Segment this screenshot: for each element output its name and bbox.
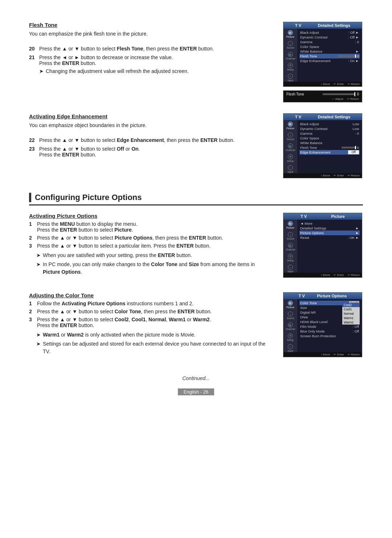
ct-step-1-text: Follow the Activating Picture Options in… bbox=[37, 301, 193, 306]
channel-icon: 📺 bbox=[288, 52, 293, 57]
tv-footer-activating: ↕ Move ↵ Enter ↩ Return bbox=[283, 273, 362, 277]
sidebar-setup-act-label: Setup bbox=[287, 259, 294, 262]
sidebar-ct-picture-label: Picture bbox=[286, 306, 294, 309]
sidebar-ct-sound-label: Sound bbox=[287, 317, 294, 319]
sidebar-picture-label: Picture bbox=[286, 36, 294, 38]
menu-ct-blue-mode: Blue Only Mode: Off bbox=[299, 329, 360, 334]
sidebar-picture-act-label: Picture bbox=[286, 227, 294, 229]
dropdown-normal: Normal bbox=[342, 311, 360, 316]
note-2-activating: ➤ In PC mode, you can only make changes … bbox=[36, 261, 272, 276]
note-1-activating: ➤ When you are satisfied with your setti… bbox=[36, 252, 272, 259]
tv-ui-ct-body: 🖼 Picture ♪ Sound 📺 Channel bbox=[283, 299, 362, 352]
flesh-tone-text: Flesh Tone You can emphasize the pink fl… bbox=[29, 22, 272, 78]
ct-step-2-num: 2 bbox=[29, 309, 35, 314]
edge-enhancement-text: Activating Edge Enhancement You can emph… bbox=[29, 113, 272, 159]
menu-more: ◄ More bbox=[299, 221, 360, 226]
flesh-tone-desc: You can emphasize the pink flesh tone in… bbox=[29, 30, 272, 38]
sidebar-input-act-label: Input bbox=[287, 270, 293, 273]
step-2-text: Press the ▲ or ▼ button to select Pictur… bbox=[37, 235, 223, 241]
menu-edge-enh: Edge Enhancement Off bbox=[299, 150, 360, 155]
footer-move: ↕ Move bbox=[321, 82, 330, 86]
step-3-text: Press the ▲ or ▼ button to select a part… bbox=[37, 243, 211, 249]
sidebar-label-channel: Channel bbox=[286, 149, 295, 151]
tv-footer-ct: ↕ Move ↵ Enter ↩ Return bbox=[283, 352, 362, 357]
sidebar-sound: ♪ Sound bbox=[287, 41, 294, 49]
activating-image: T V Picture 🖼 Picture ♪ Sound bbox=[283, 213, 363, 281]
step-21-note: ➤ Changing the adjustment value will ref… bbox=[39, 68, 189, 75]
menu-picture-options: Picture Options► bbox=[299, 231, 360, 235]
sidebar-ct-channel-label: Channel bbox=[286, 328, 295, 330]
step-3-num: 3 bbox=[29, 243, 35, 249]
ct-step-3: 3 Press the ▲ or ▼ button to select Cool… bbox=[29, 317, 272, 328]
input-icon-ct: ↔ bbox=[288, 344, 293, 349]
sidebar-input-act: ↔ Input bbox=[287, 265, 293, 273]
step-22-text: Press the ▲ or ▼ button to select Edge E… bbox=[39, 137, 234, 143]
tv-ui-color-tone: T V Picture Options 🖼 Picture ♪ Sound bbox=[283, 292, 362, 357]
color-tone-image: T V Picture Options 🖼 Picture ♪ Sound bbox=[283, 292, 363, 361]
subpanel-return: ↩ Return bbox=[347, 97, 359, 101]
tv-sidebar: 🖼 Picture ♪ Sound 📺 Channel ⚙ bbox=[283, 29, 297, 82]
ct-note-arrow-1: ➤ bbox=[36, 331, 41, 339]
sidebar-label-input: Input bbox=[287, 171, 293, 173]
configuring-title: Configuring Picture Options bbox=[29, 193, 363, 205]
step-21-content: Press the ◄ or ► button to decrease or i… bbox=[39, 54, 189, 77]
sidebar-channel-edge: 📺 Channel bbox=[286, 143, 295, 151]
sidebar-picture-ct: 🖼 Picture bbox=[286, 301, 294, 309]
footer-enter-act: ↵ Enter bbox=[334, 273, 344, 277]
tv-ui-body: 🖼 Picture ♪ Sound 📺 Channel ⚙ bbox=[283, 29, 362, 82]
footer-return-edge: ↩ Return bbox=[348, 174, 360, 177]
step-20-num: 20 bbox=[29, 46, 37, 52]
tv-main: Black Adjust: Off ► Dynamic Contrast: Of… bbox=[297, 29, 362, 82]
menu-color-space: Color Space bbox=[299, 44, 360, 49]
footer-move-edge: ↕ Move bbox=[321, 174, 330, 177]
flesh-tone-title: Flesh Tone bbox=[29, 22, 272, 28]
setup-icon-edge: ⚙ bbox=[288, 154, 293, 159]
color-tone-content: Adjusting the Color Tone 1 Follow the Ac… bbox=[29, 292, 363, 361]
ct-step-1: 1 Follow the Activating Picture Options … bbox=[29, 301, 272, 306]
flesh-tone-section: Flesh Tone You can emphasize the pink fl… bbox=[29, 22, 363, 102]
picture-icon-act: 🖼 bbox=[288, 221, 293, 226]
menu-flesh-tone-edge: Flesh Tone 0 bbox=[299, 145, 360, 150]
sidebar-input: ↔ Input bbox=[287, 74, 293, 82]
sidebar-setup-ct: ⚙ Setup bbox=[287, 333, 294, 341]
page-number: English - 26 bbox=[29, 388, 363, 395]
menu-white-balance: White Balance► bbox=[299, 49, 360, 54]
sidebar-sound-act: ♪ Sound bbox=[287, 232, 294, 240]
dropdown-warm1: Warm1 bbox=[342, 316, 360, 320]
menu-gamma: Gamma: 0 bbox=[299, 40, 360, 44]
menu-black-adj-edge: Black AdjustLow bbox=[299, 122, 360, 126]
dropdown-cool2: Cool2 bbox=[342, 303, 360, 307]
tv-ui-edge-body: 🖼 Picture ♪ Sound 📺 Channel ⚙ bbox=[283, 120, 362, 173]
tv-sidebar-edge: 🖼 Picture ♪ Sound 📺 Channel ⚙ bbox=[283, 120, 297, 173]
sound-icon: ♪ bbox=[288, 41, 293, 46]
sidebar-channel-act-label: Channel bbox=[286, 248, 295, 251]
flesh-tone-content: Flesh Tone You can emphasize the pink fl… bbox=[29, 22, 363, 102]
subpanel-row: Flesh Tone 0 bbox=[286, 92, 359, 96]
step-3-activating: 3 Press the ▲ or ▼ button to select a pa… bbox=[29, 243, 272, 249]
setup-icon-act: ⚙ bbox=[288, 254, 293, 259]
ct-note-arrow-2: ➤ bbox=[36, 340, 41, 355]
tv-subpanel-flesh-tone: Flesh Tone 0 ↔ Adjust ↩ Return bbox=[283, 90, 362, 102]
menu-detailed-settings: Detailed Settings► bbox=[299, 226, 360, 231]
tv-ui-ct-header: T V Picture Options bbox=[283, 293, 362, 299]
sidebar-sound-edge: ♪ Sound bbox=[287, 133, 294, 140]
note-2-text: In PC mode, you can only make changes to… bbox=[43, 261, 272, 276]
sound-icon-ct: ♪ bbox=[288, 311, 293, 317]
sidebar-setup: ⚙ Setup bbox=[287, 63, 294, 71]
subpanel-label: Flesh Tone bbox=[286, 92, 304, 96]
channel-icon-act: 📺 bbox=[288, 243, 293, 248]
sidebar-label-sound: Sound bbox=[287, 138, 294, 140]
edge-dropdown: Off bbox=[348, 150, 359, 154]
note-arrow: ➤ bbox=[39, 68, 44, 75]
step-1-sub: Press the ENTER button to select Picture… bbox=[37, 227, 137, 233]
step-1-text: Press the MENU button to display the men… bbox=[37, 221, 137, 227]
edge-enhancement-section: Activating Edge Enhancement You can emph… bbox=[29, 113, 363, 182]
sidebar-picture-act: 🖼 Picture bbox=[286, 221, 294, 229]
ct-note-1-text: Warm1 or Warm2 is only activated when th… bbox=[43, 331, 196, 339]
step-21-sub: Press the ENTER button. bbox=[39, 60, 189, 66]
picture-icon-ct: 🖼 bbox=[288, 301, 293, 306]
sidebar-sound-ct: ♪ Sound bbox=[287, 311, 294, 319]
sidebar-sound-act-label: Sound bbox=[287, 237, 294, 240]
activating-title: Activating Picture Options bbox=[29, 213, 272, 219]
continued-text: Continued... bbox=[182, 375, 210, 381]
